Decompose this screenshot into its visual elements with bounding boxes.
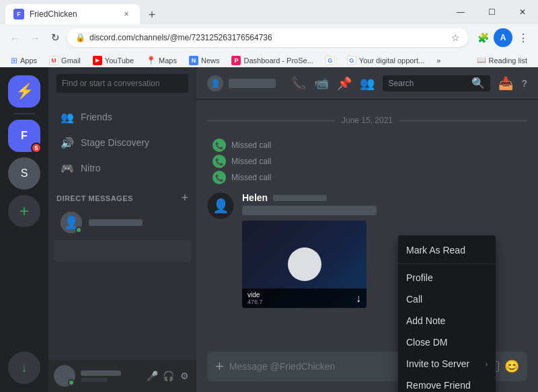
bookmark-news[interactable]: N News (184, 54, 225, 67)
date-divider: June 15, 2021 (207, 116, 527, 125)
bookmark-dashboard[interactable]: P Dashboard - ProSe... (226, 54, 318, 67)
sidebar-nav: 👥 Friends 🔊 Stage Discovery 🎮 Nitro (48, 100, 196, 186)
address-bar[interactable]: 🔒 discord.com/channels/@me/7231252631765… (67, 28, 468, 47)
sidebar-item-friends[interactable]: 👥 Friends (54, 105, 191, 129)
digital-icon: G (347, 56, 356, 65)
pin-button[interactable]: 📌 (337, 76, 352, 91)
bookmark-digital[interactable]: G Your digital opport... (342, 54, 430, 67)
active-tab[interactable]: F FriedChicken × (5, 4, 140, 24)
nitro-label: Nitro (81, 163, 101, 173)
mute-button[interactable]: 🎤 (145, 369, 159, 383)
dm-section-label: DIRECT MESSAGES (56, 194, 133, 202)
nav-buttons: ← → ↻ (5, 28, 65, 47)
settings-button[interactable]: ⚙ (178, 369, 191, 383)
members-button[interactable]: 👥 (360, 76, 375, 91)
help-button[interactable]: ? (521, 78, 527, 89)
bookmark-gmail-label: Gmail (61, 56, 81, 65)
context-menu-item-invite-server[interactable]: Invite to Server › (398, 353, 496, 375)
server-icon-1[interactable]: F 5 (8, 120, 40, 152)
server-icon-2[interactable]: S (8, 157, 40, 190)
current-user-avatar-container (54, 365, 75, 387)
bookmark-youtube[interactable]: ▶ YouTube (87, 54, 139, 67)
reading-list-label: Reading list (489, 56, 527, 65)
context-divider-1 (398, 264, 496, 264)
tab-favicon-text: F (17, 11, 21, 17)
close-button[interactable]: ✕ (507, 0, 538, 24)
video-size: 476.7 (247, 299, 263, 305)
browser-toolbar: ← → ↻ 🔒 discord.com/channels/@me/7231252… (0, 24, 538, 51)
mute-icon: 🎤 (147, 370, 158, 381)
context-menu-item-mark-read[interactable]: Mark As Read (398, 239, 496, 261)
sidebar-search-input[interactable] (56, 74, 188, 93)
channel-search-input[interactable] (388, 79, 469, 88)
download-apps-button[interactable]: ↓ (8, 352, 40, 384)
profile-button[interactable]: A (494, 28, 512, 47)
dm-item-1[interactable]: 👤 (54, 208, 191, 237)
main-content: 👤 📞 📹 📌 👥 🔍 📥 ? June 15, 20 (196, 67, 538, 392)
video-footer: vide 476.7 ↓ (242, 288, 367, 308)
back-button[interactable]: ← (5, 28, 24, 47)
gmail-icon: M (49, 56, 59, 65)
server-2-letter: S (21, 167, 28, 180)
google-icon: G (325, 56, 335, 65)
dm-name-blurred (89, 219, 143, 226)
video-call-button[interactable]: 📹 (314, 76, 329, 91)
friends-icon: 👥 (61, 110, 74, 124)
user-info (81, 370, 140, 382)
bookmark-dashboard-label: Dashboard - ProSe... (243, 56, 313, 65)
discord-home-button[interactable]: ⚡ (8, 75, 40, 108)
maximize-button[interactable]: ☐ (476, 0, 507, 24)
new-tab-button[interactable]: + (143, 5, 161, 24)
sidebar-search-container (48, 67, 196, 100)
new-dm-button[interactable]: + (181, 191, 188, 205)
emoji-button[interactable]: 😊 (504, 359, 519, 374)
add-server-button[interactable]: + (8, 195, 40, 227)
context-menu-item-close-dm[interactable]: Close DM (398, 331, 496, 353)
toolbar-extensions: 🧩 A ⋮ (473, 28, 533, 47)
sidebar-item-stage[interactable]: 🔊 Stage Discovery (54, 130, 191, 155)
bookmark-gmail[interactable]: M Gmail (44, 54, 86, 67)
bookmark-google[interactable]: G (320, 54, 340, 67)
sidebar-item-nitro[interactable]: 🎮 Nitro (54, 156, 191, 180)
forward-button[interactable]: → (26, 28, 44, 47)
call-icon-3: 📞 (213, 171, 226, 184)
context-menu-item-profile[interactable]: Profile (398, 267, 496, 288)
video-attachment: vide 476.7 ↓ (242, 221, 367, 308)
channel-header-left: 👤 (207, 75, 276, 91)
add-attachment-button[interactable]: + (215, 358, 224, 375)
inbox-button[interactable]: 📥 (498, 76, 513, 91)
dm-name-box (89, 219, 184, 226)
window-controls: — ☐ ✕ (445, 0, 538, 24)
chrome-menu-button[interactable]: ⋮ (514, 28, 533, 47)
video-play-circle (288, 247, 321, 281)
refresh-button[interactable]: ↻ (46, 28, 65, 47)
context-menu-item-call[interactable]: Call (398, 288, 496, 310)
call-icon-1: 📞 (213, 139, 226, 152)
dm-section-header: DIRECT MESSAGES + (48, 186, 196, 208)
channel-header: 👤 📞 📹 📌 👥 🔍 📥 ? (196, 67, 538, 100)
reading-list-button[interactable]: 📖 Reading list (471, 54, 533, 67)
channel-search[interactable]: 🔍 (383, 75, 490, 91)
bookmark-news-label: News (201, 56, 220, 65)
tab-close-button[interactable]: × (121, 9, 132, 19)
username-blurred (81, 370, 121, 376)
server-divider (13, 113, 35, 114)
context-menu-item-remove-friend[interactable]: Remove Friend (398, 375, 496, 392)
deafen-icon: 🎧 (163, 370, 174, 381)
video-download-icon[interactable]: ↓ (356, 292, 361, 305)
context-menu-item-add-note[interactable]: Add Note (398, 310, 496, 331)
bookmarks-more-button[interactable]: » (431, 54, 446, 67)
extensions-button[interactable]: 🧩 (473, 28, 492, 47)
star-icon: ☆ (451, 32, 460, 43)
bookmark-apps[interactable]: ⊞ Apps (5, 54, 42, 67)
minimize-button[interactable]: — (445, 0, 476, 24)
call-item-2: 📞 Missed call (213, 155, 527, 168)
user-panel: 🎤 🎧 ⚙ (48, 360, 196, 392)
youtube-icon: ▶ (93, 56, 102, 65)
call-button[interactable]: 📞 (291, 76, 306, 91)
submenu-chevron: › (486, 360, 488, 368)
bookmark-maps[interactable]: 📍 Maps (141, 54, 182, 67)
download-icon: ↓ (22, 361, 28, 375)
missed-call-text-1: Missed call (231, 141, 271, 150)
deafen-button[interactable]: 🎧 (161, 369, 175, 383)
